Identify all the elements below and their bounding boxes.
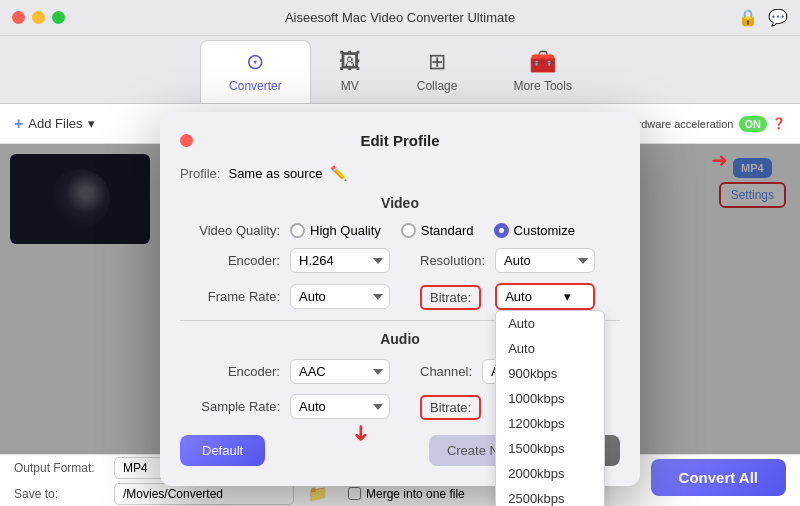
tab-mv-label: MV	[341, 79, 359, 93]
plus-icon: +	[14, 115, 23, 133]
audio-encoder-select[interactable]: AAC	[290, 359, 390, 384]
bitrate-select[interactable]: Auto ▾	[495, 283, 595, 310]
quality-standard-label: Standard	[421, 223, 474, 238]
profile-value: Same as source	[228, 166, 322, 181]
quality-customize-label: Customize	[514, 223, 575, 238]
sample-rate-select[interactable]: Auto	[290, 394, 390, 419]
quality-customize[interactable]: Customize	[494, 223, 575, 238]
tab-converter[interactable]: ⊙ Converter	[200, 40, 311, 103]
traffic-lights	[12, 11, 65, 24]
profile-row: Profile: Same as source ✏️	[180, 165, 620, 181]
title-bar: Aiseesoft Mac Video Converter Ultimate 🔒…	[0, 0, 800, 36]
bitrate-option-auto[interactable]: Auto	[496, 311, 604, 336]
convert-all-button[interactable]: Convert All	[651, 459, 786, 496]
merge-checkbox[interactable]	[348, 487, 361, 500]
title-icons: 🔒 💬	[738, 8, 788, 27]
channel-label: Channel:	[420, 364, 472, 379]
minimize-button[interactable]	[32, 11, 45, 24]
framerate-select[interactable]: Auto	[290, 284, 390, 309]
bitrate-label-framed: Bitrate:	[420, 288, 481, 306]
bitrate-option-2500[interactable]: 2500kbps	[496, 486, 604, 506]
converter-icon: ⊙	[246, 49, 264, 75]
modal-title-bar: Edit Profile	[180, 132, 620, 149]
quality-standard[interactable]: Standard	[401, 223, 474, 238]
encoder-select[interactable]: H.264	[290, 248, 390, 273]
save-to-label: Save to:	[14, 487, 104, 501]
tab-more-tools-label: More Tools	[513, 79, 571, 93]
maximize-button[interactable]	[52, 11, 65, 24]
default-button[interactable]: Default	[180, 435, 265, 466]
close-button[interactable]	[12, 11, 25, 24]
more-tools-icon: 🧰	[529, 49, 556, 75]
video-quality-label: Video Quality:	[180, 223, 280, 238]
video-quality-options: High Quality Standard Customize	[290, 223, 575, 238]
audio-encoder-label: Encoder:	[180, 364, 280, 379]
video-section-title: Video	[180, 195, 620, 211]
audio-bitrate-label-box: Bitrate:	[420, 395, 481, 420]
bitrate-option-auto2[interactable]: Auto	[496, 336, 604, 361]
radio-customize	[494, 223, 509, 238]
main-content: MP4 Settings Edit Profile Profile: Same …	[0, 144, 800, 454]
radio-standard	[401, 223, 416, 238]
sample-rate-label: Sample Rate:	[180, 399, 280, 414]
bitrate-container: Auto ▾ Auto Auto 900kbps 1000kbps 1200kb…	[495, 283, 595, 310]
dropdown-arrow-icon: ▾	[564, 289, 571, 304]
audio-bitrate-label-wrap: Bitrate:	[420, 398, 481, 416]
bitrate-dropdown: Auto Auto 900kbps 1000kbps 1200kbps 1500…	[495, 310, 605, 506]
modal-overlay: Edit Profile Profile: Same as source ✏️ …	[0, 144, 800, 454]
tab-collage-label: Collage	[417, 79, 458, 93]
bitrate-option-1000[interactable]: 1000kbps	[496, 386, 604, 411]
merge-label: Merge into one file	[366, 487, 465, 501]
video-quality-row: Video Quality: High Quality Standard Cus…	[180, 223, 620, 238]
bitrate-option-900[interactable]: 900kbps	[496, 361, 604, 386]
radio-high-quality	[290, 223, 305, 238]
add-files-label: Add Files	[28, 116, 82, 131]
framerate-label: Frame Rate:	[180, 289, 280, 304]
folder-icon[interactable]: 📁	[308, 484, 328, 503]
encoder-label: Encoder:	[180, 253, 280, 268]
quality-high[interactable]: High Quality	[290, 223, 381, 238]
profile-label: Profile:	[180, 166, 220, 181]
add-files-button[interactable]: + Add Files ▾	[14, 115, 95, 133]
encoder-resolution-row: Encoder: H.264 Resolution: Auto	[180, 248, 620, 273]
tab-more-tools[interactable]: 🧰 More Tools	[485, 41, 599, 103]
framerate-bitrate-row: Frame Rate: Auto Bitrate: Auto ▾ Auto Au…	[180, 283, 620, 310]
bitrate-option-1500[interactable]: 1500kbps	[496, 436, 604, 461]
hw-toggle[interactable]: ON	[739, 116, 768, 132]
collage-icon: ⊞	[428, 49, 446, 75]
resolution-select[interactable]: Auto	[495, 248, 595, 273]
tab-mv[interactable]: 🖼 MV	[311, 41, 389, 103]
modal-title: Edit Profile	[360, 132, 439, 149]
edit-icon[interactable]: ✏️	[330, 165, 347, 181]
app-title: Aiseesoft Mac Video Converter Ultimate	[285, 10, 515, 25]
help-icon[interactable]: ❓	[772, 117, 786, 130]
tab-converter-label: Converter	[229, 79, 282, 93]
lock-icon: 🔒	[738, 8, 758, 27]
mv-icon: 🖼	[339, 49, 361, 75]
bitrate-option-1200[interactable]: 1200kbps	[496, 411, 604, 436]
bitrate-label-box: Bitrate:	[420, 285, 481, 310]
message-icon: 💬	[768, 8, 788, 27]
edit-profile-modal: Edit Profile Profile: Same as source ✏️ …	[160, 112, 640, 486]
merge-row: Merge into one file	[348, 487, 465, 501]
output-format-label: Output Format:	[14, 461, 104, 475]
bitrate-option-2000[interactable]: 2000kbps	[496, 461, 604, 486]
resolution-label: Resolution:	[420, 253, 485, 268]
bitrate-current: Auto	[505, 289, 532, 304]
add-files-dropdown-icon: ▾	[88, 116, 95, 131]
nav-bar: ⊙ Converter 🖼 MV ⊞ Collage 🧰 More Tools	[0, 36, 800, 104]
modal-close-button[interactable]	[180, 134, 193, 147]
tab-collage[interactable]: ⊞ Collage	[389, 41, 486, 103]
quality-high-label: High Quality	[310, 223, 381, 238]
